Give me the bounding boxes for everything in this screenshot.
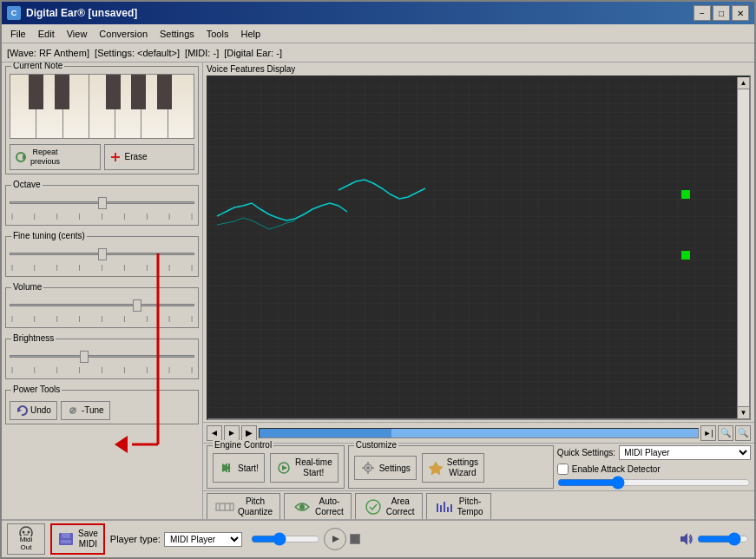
left-panel: Current Note: [2, 62, 203, 523]
menu-conversion[interactable]: Conversion: [94, 27, 153, 41]
quick-settings-select[interactable]: MIDI Player: [619, 445, 751, 460]
nav-scroll-thumb: [260, 429, 391, 437]
erase-button[interactable]: Erase: [104, 144, 195, 170]
scroll-down-button[interactable]: ▼: [738, 406, 749, 418]
minimize-button[interactable]: −: [694, 5, 711, 21]
repeat-previous-button[interactable]: Repeatprevious: [10, 144, 101, 170]
svg-point-33: [23, 531, 25, 534]
menu-view[interactable]: View: [62, 27, 93, 41]
voice-marker-2: [681, 251, 690, 260]
stop-button[interactable]: [350, 534, 360, 544]
fine-tuning-section: Fine tuning (cents) |||||||||: [5, 236, 199, 277]
piano: [10, 74, 194, 139]
erase-icon: [108, 150, 122, 164]
svg-rect-38: [61, 540, 71, 543]
attack-detector-row: Enable Attack Detector: [557, 464, 751, 475]
settings-button[interactable]: Settings: [354, 456, 417, 480]
area-correct-button[interactable]: AreaCorrect: [355, 493, 423, 521]
svg-rect-37: [62, 533, 70, 538]
save-midi-button[interactable]: SaveMIDI: [50, 523, 105, 555]
nav-play-button[interactable]: ▶: [241, 425, 257, 441]
brightness-title: Brightness: [11, 333, 56, 343]
titlebar-left: C Digital Ear® [unsaved]: [7, 6, 137, 20]
volume-section: Volume |||||||||: [5, 287, 199, 328]
fine-tuning-slider[interactable]: [10, 247, 194, 261]
play-icon: [330, 534, 340, 544]
current-note-section: Current Note: [5, 66, 199, 174]
octave-slider[interactable]: [10, 196, 194, 210]
octave-title: Octave: [11, 180, 43, 189]
bottom-bar: MidiOut SaveMIDI Player type: MIDI Playe…: [2, 519, 754, 557]
status-settings: [Settings: <default>]: [95, 48, 180, 58]
menu-file[interactable]: File: [5, 27, 31, 41]
scroll-up-button[interactable]: ▲: [738, 77, 749, 89]
playback-controls: [251, 528, 360, 550]
white-key: [36, 75, 62, 138]
settings-wizard-icon: [428, 460, 444, 476]
svg-point-26: [366, 500, 380, 514]
engine-buttons: Start! Real-timeStart!: [213, 453, 339, 483]
zoom-in-button[interactable]: 🔍: [718, 425, 733, 441]
start-button[interactable]: Start!: [213, 453, 265, 483]
brightness-section: Brightness |||||||||: [5, 339, 199, 379]
repeat-icon: [14, 150, 28, 164]
start-label: Start!: [238, 464, 259, 473]
zoom-out-button[interactable]: 🔍: [735, 425, 751, 441]
volume-slider[interactable]: [10, 299, 194, 312]
window-title: Digital Ear® [unsaved]: [26, 7, 137, 19]
nav-forward-button[interactable]: ►: [224, 425, 240, 441]
player-type-label: Player type:: [110, 534, 161, 544]
play-button[interactable]: [324, 528, 346, 550]
svg-point-34: [28, 531, 30, 534]
output-volume-slider[interactable]: [697, 533, 749, 545]
close-button[interactable]: ✕: [732, 5, 749, 21]
svg-point-25: [299, 504, 305, 510]
right-panel: Voice Features Display: [203, 62, 754, 523]
tune-button[interactable]: -Tune: [61, 401, 110, 420]
save-midi-label: SaveMIDI: [78, 529, 98, 549]
customize-title: Customize: [354, 440, 398, 450]
nav-back-button[interactable]: ◄: [207, 425, 222, 441]
svg-marker-39: [332, 536, 339, 543]
settings-wizard-label: SettingsWizard: [447, 457, 478, 478]
app-icon: C: [7, 6, 21, 20]
realtime-start-button[interactable]: Real-timeStart!: [270, 453, 339, 483]
engine-customize-row: Engine Control Start!: [203, 443, 754, 490]
attack-detector-area: Enable Attack Detector: [557, 464, 751, 489]
settings-wizard-button[interactable]: SettingsWizard: [422, 453, 484, 483]
pitch-tempo-button[interactable]: Pitch-Tempo: [426, 493, 491, 521]
position-slider[interactable]: [251, 533, 320, 545]
svg-rect-8: [208, 77, 749, 418]
player-type-select[interactable]: MIDI Player: [164, 532, 242, 547]
menu-tools[interactable]: Tools: [201, 27, 234, 41]
white-key: [115, 75, 141, 138]
pitch-quantize-label: PitchQuantize: [238, 497, 273, 517]
voice-display-label: Voice Features Display: [203, 62, 754, 74]
nav-scroll-track[interactable]: [259, 428, 699, 438]
volume-area: [678, 531, 749, 547]
quick-settings-row: Quick Settings: MIDI Player: [557, 445, 751, 460]
undo-button[interactable]: Undo: [10, 401, 57, 420]
undo-label: Undo: [30, 405, 51, 415]
voice-display-title: Voice Features Display: [207, 64, 295, 74]
menu-settings[interactable]: Settings: [154, 27, 200, 41]
svg-rect-11: [228, 464, 230, 472]
midi-out-button[interactable]: MidiOut: [7, 523, 45, 555]
auto-correct-button[interactable]: Auto-Correct: [284, 493, 352, 521]
pitch-quantize-button[interactable]: PitchQuantize: [207, 493, 280, 521]
brightness-slider[interactable]: [10, 350, 194, 364]
white-key: [89, 75, 115, 138]
attack-detector-slider[interactable]: [557, 477, 751, 489]
nav-end-button[interactable]: ►|: [700, 425, 716, 441]
white-key: [141, 75, 168, 138]
maximize-button[interactable]: □: [713, 5, 730, 21]
menu-help[interactable]: Help: [235, 27, 266, 41]
undo-icon: [16, 404, 28, 417]
menu-edit[interactable]: Edit: [33, 27, 60, 41]
attack-detector-label: Enable Attack Detector: [572, 464, 661, 474]
attack-detector-checkbox[interactable]: [557, 464, 569, 475]
tune-label: -Tune: [82, 405, 104, 415]
titlebar-controls: − □ ✕: [694, 5, 749, 21]
realtime-icon: [276, 460, 292, 476]
voice-scrollbar[interactable]: ▲ ▼: [737, 77, 749, 418]
